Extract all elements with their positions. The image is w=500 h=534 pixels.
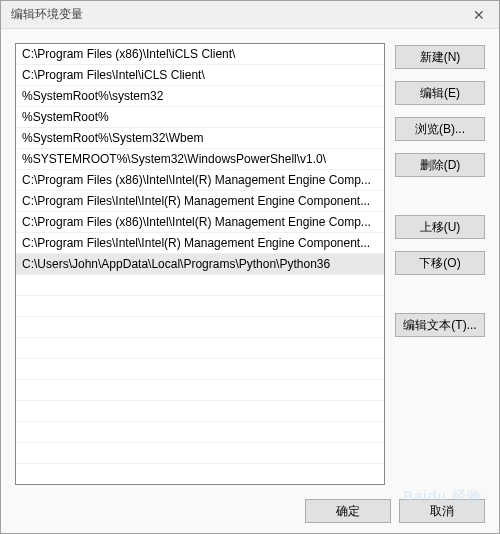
new-button[interactable]: 新建(N) <box>395 45 485 69</box>
close-button[interactable]: ✕ <box>459 1 499 29</box>
edit-button[interactable]: 编辑(E) <box>395 81 485 105</box>
list-item-empty <box>16 380 384 401</box>
path-listbox[interactable]: C:\Program Files (x86)\Intel\iCLS Client… <box>15 43 385 485</box>
titlebar: 编辑环境变量 ✕ <box>1 1 499 29</box>
side-button-column: 新建(N) 编辑(E) 浏览(B)... 删除(D) 上移(U) 下移(O) 编… <box>395 43 485 485</box>
list-item-empty <box>16 275 384 296</box>
move-up-button[interactable]: 上移(U) <box>395 215 485 239</box>
content-area: C:\Program Files (x86)\Intel\iCLS Client… <box>1 29 499 533</box>
list-item-empty <box>16 443 384 464</box>
list-item[interactable]: C:\Program Files\Intel\Intel(R) Manageme… <box>16 233 384 254</box>
list-item[interactable]: C:\Program Files (x86)\Intel\Intel(R) Ma… <box>16 212 384 233</box>
cancel-button[interactable]: 取消 <box>399 499 485 523</box>
ok-button[interactable]: 确定 <box>305 499 391 523</box>
main-area: C:\Program Files (x86)\Intel\iCLS Client… <box>15 43 485 485</box>
list-item-empty <box>16 317 384 338</box>
list-item[interactable]: C:\Program Files (x86)\Intel\iCLS Client… <box>16 44 384 65</box>
list-item-empty <box>16 338 384 359</box>
browse-button[interactable]: 浏览(B)... <box>395 117 485 141</box>
close-icon: ✕ <box>473 7 485 23</box>
list-item[interactable]: C:\Program Files (x86)\Intel\Intel(R) Ma… <box>16 170 384 191</box>
list-item-empty <box>16 296 384 317</box>
list-item[interactable]: %SYSTEMROOT%\System32\WindowsPowerShell\… <box>16 149 384 170</box>
dialog-window: 编辑环境变量 ✕ C:\Program Files (x86)\Intel\iC… <box>0 0 500 534</box>
list-item[interactable]: C:\Users\John\AppData\Local\Programs\Pyt… <box>16 254 384 275</box>
list-item[interactable]: %SystemRoot%\system32 <box>16 86 384 107</box>
list-item[interactable]: %SystemRoot% <box>16 107 384 128</box>
bottom-bar: 确定 取消 <box>15 499 485 523</box>
list-item[interactable]: C:\Program Files\Intel\Intel(R) Manageme… <box>16 191 384 212</box>
list-item[interactable]: C:\Program Files\Intel\iCLS Client\ <box>16 65 384 86</box>
edit-text-button[interactable]: 编辑文本(T)... <box>395 313 485 337</box>
list-item-empty <box>16 401 384 422</box>
list-item-empty <box>16 359 384 380</box>
delete-button[interactable]: 删除(D) <box>395 153 485 177</box>
window-title: 编辑环境变量 <box>11 6 83 23</box>
list-item[interactable]: %SystemRoot%\System32\Wbem <box>16 128 384 149</box>
move-down-button[interactable]: 下移(O) <box>395 251 485 275</box>
list-item-empty <box>16 422 384 443</box>
